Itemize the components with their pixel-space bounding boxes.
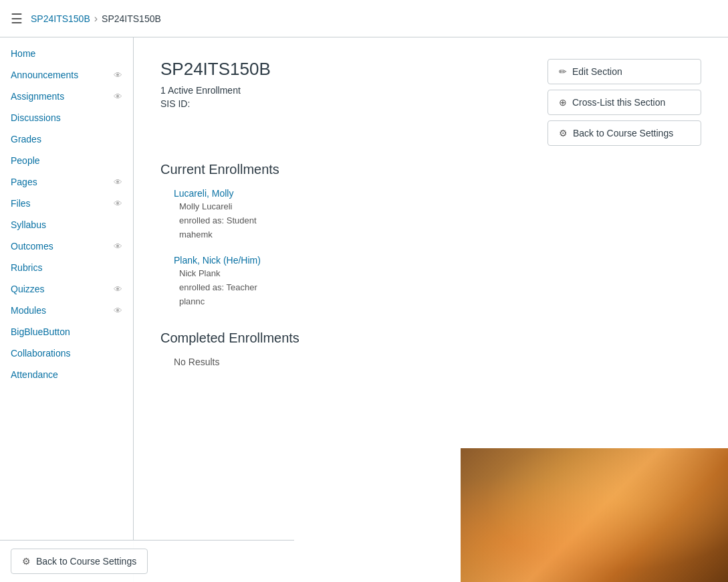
visibility-icon-files: 👁 — [114, 199, 122, 209]
sidebar-item-pages[interactable]: Pages 👁 — [0, 171, 133, 193]
settings-icon: ⚙ — [559, 128, 568, 138]
main-top: SP24ITS150B 1 Active Enrollment SIS ID: … — [160, 59, 701, 146]
active-enrollment-count: 1 Active Enrollment — [160, 85, 548, 96]
sidebar-item-bigbluebutton[interactable]: BigBlueButton — [0, 321, 133, 343]
enrollment-fullname-plank: Nick Plank — [179, 267, 701, 281]
bottom-bar: ⚙ Back to Course Settings — [0, 540, 294, 582]
sidebar-item-announcements[interactable]: Announcements 👁 — [0, 64, 133, 86]
sis-id: SIS ID: — [160, 98, 548, 109]
breadcrumb-separator: › — [94, 13, 98, 25]
enrollment-role-plank: enrolled as: Teacher — [179, 281, 701, 295]
cross-list-button[interactable]: ⊕ Cross-List this Section — [548, 90, 701, 115]
sidebar-item-attendance[interactable]: Attendance — [0, 364, 133, 385]
section-info: SP24ITS150B 1 Active Enrollment SIS ID: — [160, 59, 548, 125]
actions-panel: ✏ Edit Section ⊕ Cross-List this Section… — [548, 59, 701, 146]
visibility-icon-pages: 👁 — [114, 177, 122, 187]
enrollment-fullname-lucareli: Molly Lucareli — [179, 200, 701, 214]
completed-enrollments-title: Completed Enrollments — [160, 330, 701, 346]
sidebar-item-files[interactable]: Files 👁 — [0, 193, 133, 214]
back-to-course-settings-button-top[interactable]: ⚙ Back to Course Settings — [548, 120, 701, 146]
sidebar-item-collaborations[interactable]: Collaborations — [0, 343, 133, 364]
enrollment-name-lucareli[interactable]: Lucareli, Molly — [174, 188, 701, 199]
enrollment-username-lucareli: mahemk — [179, 228, 701, 242]
enrollment-detail-lucareli: Molly Lucareli enrolled as: Student mahe… — [179, 200, 701, 241]
edit-icon: ✏ — [559, 66, 567, 77]
visibility-icon-outcomes: 👁 — [114, 241, 122, 252]
enrollment-item-plank: Plank, Nick (He/Him) Nick Plank enrolled… — [160, 255, 701, 308]
topbar: ☰ SP24ITS150B › SP24ITS150B — [0, 0, 728, 37]
sidebar-item-syllabus[interactable]: Syllabus — [0, 214, 133, 235]
sidebar-item-assignments[interactable]: Assignments 👁 — [0, 86, 133, 107]
back-to-course-settings-button-bottom[interactable]: ⚙ Back to Course Settings — [11, 549, 148, 574]
menu-icon[interactable]: ☰ — [11, 11, 23, 27]
sidebar-item-grades[interactable]: Grades — [0, 128, 133, 150]
enrollment-detail-plank: Nick Plank enrolled as: Teacher plannc — [179, 267, 701, 308]
sidebar-item-discussions[interactable]: Discussions — [0, 107, 133, 128]
sidebar-item-outcomes[interactable]: Outcomes 👁 — [0, 235, 133, 257]
visibility-icon-modules: 👁 — [114, 306, 122, 316]
space-background — [461, 448, 728, 582]
breadcrumb: SP24ITS150B › SP24ITS150B — [31, 13, 161, 25]
enrollment-role-lucareli: enrolled as: Student — [179, 214, 701, 228]
enrollment-name-plank[interactable]: Plank, Nick (He/Him) — [174, 255, 701, 266]
visibility-icon-quizzes: 👁 — [114, 284, 122, 294]
sidebar-item-quizzes[interactable]: Quizzes 👁 — [0, 278, 133, 300]
enrollment-item-lucareli: Lucareli, Molly Molly Lucareli enrolled … — [160, 188, 701, 241]
visibility-icon-assignments: 👁 — [114, 92, 122, 102]
enrollment-username-plank: plannc — [179, 295, 701, 309]
edit-section-button[interactable]: ✏ Edit Section — [548, 59, 701, 84]
cross-list-icon: ⊕ — [559, 97, 567, 108]
sidebar-item-people[interactable]: People — [0, 150, 133, 171]
visibility-icon-announcements: 👁 — [114, 70, 122, 80]
sidebar-item-modules[interactable]: Modules 👁 — [0, 300, 133, 321]
current-enrollments-title: Current Enrollments — [160, 162, 701, 177]
breadcrumb-current: SP24ITS150B — [102, 13, 161, 24]
sidebar-item-home[interactable]: Home — [0, 43, 133, 64]
no-results-text: No Results — [160, 357, 701, 367]
sidebar: Home Announcements 👁 Assignments 👁 Discu… — [0, 37, 134, 582]
section-title: SP24ITS150B — [160, 59, 548, 80]
breadcrumb-link[interactable]: SP24ITS150B — [31, 13, 90, 24]
settings-icon-bottom: ⚙ — [22, 556, 31, 567]
sidebar-item-rubrics[interactable]: Rubrics — [0, 257, 133, 278]
